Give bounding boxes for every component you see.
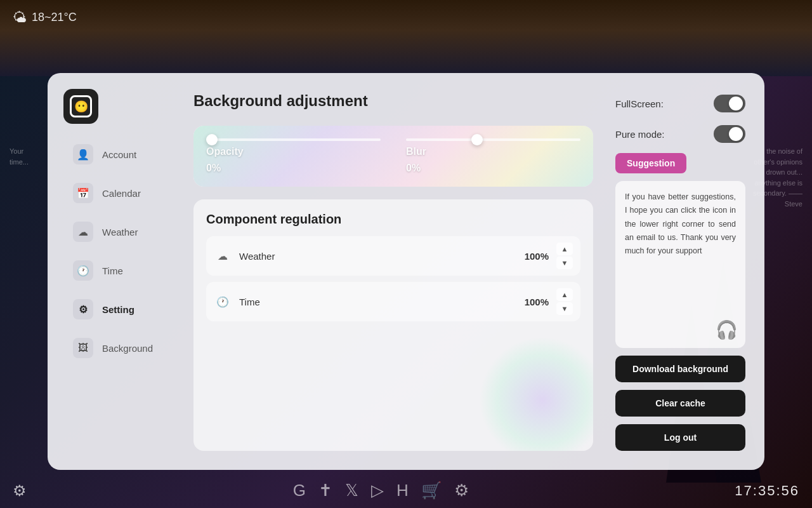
- puremode-toggle[interactable]: [714, 125, 745, 143]
- weather-arrow-down[interactable]: ▼: [556, 257, 573, 269]
- opacity-value: 0%: [206, 163, 221, 174]
- cross-icon[interactable]: ✝: [318, 481, 332, 500]
- weather-nav-icon: ☁: [73, 222, 93, 242]
- time-label: Time: [102, 265, 123, 276]
- app-logo: 😶: [63, 89, 98, 124]
- right-panel: FullScreen: Pure mode: Suggestion If you…: [606, 83, 755, 460]
- puremode-label: Pure mode:: [615, 129, 665, 140]
- component-time-pct: 100%: [525, 297, 549, 307]
- bottom-app-icons: G ✝ 𝕏 ▷ H 🛒 ⚙: [293, 481, 469, 500]
- opacity-label: Opacity: [206, 146, 244, 157]
- fullscreen-toggle-row: FullScreen:: [615, 92, 745, 115]
- setting-icon: ⚙: [73, 299, 93, 319]
- component-weather-arrows: ▲ ▼: [556, 243, 573, 269]
- google-icon[interactable]: G: [293, 481, 306, 500]
- component-weather-pct: 100%: [525, 251, 549, 262]
- suggestion-button[interactable]: Suggestion: [615, 153, 686, 173]
- component-time-name: Time: [239, 297, 517, 307]
- account-label: Account: [102, 149, 136, 160]
- weather-arrow-up[interactable]: ▲: [556, 243, 573, 255]
- sidebar-item-background[interactable]: 🖼 Background: [63, 330, 174, 366]
- temperature-display: 18~21°C: [32, 11, 77, 24]
- component-time-row: 🕐 Time 100% ▲ ▼: [206, 282, 580, 321]
- sidebar-item-calendar[interactable]: 📅 Calendar: [63, 175, 174, 211]
- app-logo-inner: 😶: [70, 95, 92, 117]
- component-weather-name: Weather: [239, 251, 517, 262]
- time-arrow-up[interactable]: ▲: [556, 288, 573, 301]
- hotel-icon[interactable]: H: [396, 481, 409, 500]
- component-time-icon: 🕐: [214, 293, 232, 311]
- sidebar: 😶 👤 Account 📅 Calendar ☁ Weather 🕐 Time …: [57, 83, 181, 460]
- blur-slider-group: Blur 0%: [406, 138, 580, 174]
- weather-icon: 🌤: [13, 10, 27, 26]
- suggestion-text: If you have better suggestions, I hope y…: [625, 190, 736, 258]
- main-panel: 😶 👤 Account 📅 Calendar ☁ Weather 🕐 Time …: [48, 73, 764, 470]
- calendar-icon: 📅: [73, 183, 93, 203]
- suggestion-card: If you have better suggestions, I hope y…: [615, 181, 745, 348]
- puremode-toggle-knob: [729, 127, 743, 141]
- clear-cache-button[interactable]: Clear cache: [615, 390, 745, 417]
- component-weather-row: ☁ Weather 100% ▲ ▼: [206, 236, 580, 276]
- sliders-row: Opacity 0% Blur 0%: [206, 138, 580, 174]
- bottombar: ⚙ G ✝ 𝕏 ▷ H 🛒 ⚙ 17:35:56: [0, 473, 812, 508]
- background-label: Background: [102, 343, 153, 354]
- quote-left: Your time...: [10, 146, 44, 167]
- tools-icon[interactable]: ⚙: [454, 481, 469, 500]
- fullscreen-toggle-knob: [729, 97, 743, 110]
- opacity-slider[interactable]: [206, 138, 381, 141]
- time-arrow-down[interactable]: ▼: [556, 302, 573, 315]
- component-title: Component regulation: [206, 212, 580, 227]
- download-background-button[interactable]: Download background: [615, 356, 745, 382]
- clock-display: 17:35:56: [735, 483, 799, 499]
- component-bg-decoration: [479, 337, 593, 451]
- weather-label: Weather: [102, 227, 138, 237]
- topbar: 🌤 18~21°C: [0, 0, 812, 35]
- sidebar-item-time[interactable]: 🕐 Time: [63, 253, 174, 288]
- puremode-toggle-row: Pure mode:: [615, 123, 745, 145]
- calendar-label: Calendar: [102, 188, 141, 199]
- setting-label: Setting: [102, 304, 134, 315]
- sidebar-item-setting[interactable]: ⚙ Setting: [63, 291, 174, 327]
- cart-icon[interactable]: 🛒: [421, 481, 442, 500]
- sidebar-item-weather[interactable]: ☁ Weather: [63, 214, 174, 250]
- bg-adjustment-card: Opacity 0% Blur 0%: [193, 126, 593, 187]
- weather-info: 🌤 18~21°C: [13, 10, 77, 26]
- headphone-icon: 🎧: [716, 319, 738, 340]
- background-icon: 🖼: [73, 338, 93, 358]
- middle-panel: Background adjustment Opacity 0% Blur 0%: [181, 83, 606, 460]
- panel-title: Background adjustment: [193, 92, 593, 110]
- account-icon: 👤: [73, 144, 93, 164]
- blur-value: 0%: [406, 163, 421, 174]
- time-icon: 🕐: [73, 260, 93, 281]
- logout-button[interactable]: Log out: [615, 424, 745, 451]
- fullscreen-label: FullScreen:: [615, 98, 664, 109]
- youtube-icon[interactable]: ▷: [371, 481, 384, 500]
- component-weather-icon: ☁: [214, 247, 232, 265]
- blur-label: Blur: [406, 146, 426, 157]
- component-regulation-card: Component regulation ☁ Weather 100% ▲ ▼ …: [193, 199, 593, 451]
- fullscreen-toggle[interactable]: [714, 95, 745, 112]
- settings-gear-icon[interactable]: ⚙: [13, 482, 27, 500]
- logo-face-icon: 😶: [74, 100, 88, 114]
- opacity-slider-group: Opacity 0%: [206, 138, 381, 174]
- blur-slider[interactable]: [406, 138, 580, 141]
- sidebar-item-account[interactable]: 👤 Account: [63, 137, 174, 172]
- component-time-arrows: ▲ ▼: [556, 288, 573, 315]
- twitter-icon[interactable]: 𝕏: [345, 481, 358, 500]
